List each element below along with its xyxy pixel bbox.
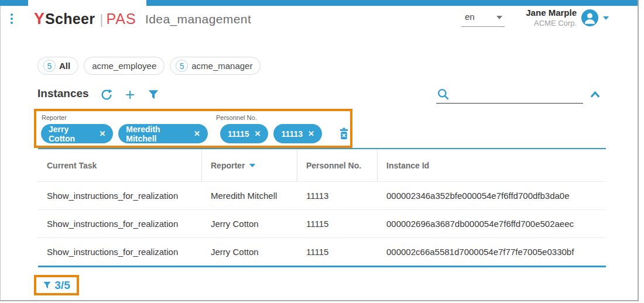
user-name: Jane Marple [503, 8, 577, 18]
column-header-personnel-no[interactable]: Personnel No. [297, 149, 378, 181]
user-info[interactable]: Jane Marple ACME Corp. [503, 8, 577, 27]
window-border-bottom [0, 300, 639, 301]
remove-chip-icon[interactable]: ✕ [255, 129, 261, 138]
search-input[interactable] [452, 88, 582, 102]
table-row[interactable]: Show_instructions_for_realization Meredi… [38, 181, 606, 209]
cell-personnel-no: 11113 [297, 191, 378, 201]
language-underline [461, 26, 505, 27]
count-badge: 5 [176, 60, 188, 72]
refresh-icon [100, 88, 113, 101]
window-border-left [0, 6, 1, 301]
cell-reporter: Meredith Mitchell [202, 191, 297, 201]
window-border-right [638, 0, 639, 301]
remove-chip-icon[interactable]: ✕ [308, 129, 314, 138]
column-header-reporter[interactable]: Reporter [202, 149, 297, 181]
cell-instance-id: 000002346a352bfe000054e7f6ffd700dfb3da0e [378, 191, 606, 201]
column-header-current-task[interactable]: Current Task [38, 149, 202, 181]
filter-chip-label: Jerry Cotton [49, 125, 94, 143]
chevron-up-icon [589, 89, 601, 99]
filter-button[interactable] [146, 88, 160, 102]
brand-product: PAS [106, 11, 136, 27]
app-window: Y Scheer | PAS Idea_management en Jane M… [0, 0, 644, 303]
main-menu-kebab-icon[interactable] [11, 13, 13, 24]
refresh-button[interactable] [100, 88, 114, 102]
role-chip-label: All [59, 61, 70, 71]
cell-reporter: Jerry Cotton [202, 247, 297, 257]
table-row[interactable]: Show_instructions_for_realization Jerry … [38, 237, 606, 266]
cell-instance-id: 000002c66a5581d7000054e7f77fe7005e0330bf [378, 247, 606, 257]
page-title: Idea_management [145, 12, 251, 26]
sort-desc-icon [249, 164, 255, 167]
scheer-logo-mark-icon: Y [34, 10, 44, 28]
trash-delete-icon [338, 127, 350, 141]
plus-icon: + [125, 88, 135, 101]
cell-personnel-no: 11115 [297, 219, 378, 229]
cell-current-task: Show_instructions_for_realization [38, 191, 202, 201]
role-chip-all[interactable]: 5 All [37, 57, 78, 75]
filter-funnel-icon [43, 281, 52, 290]
filter-count-indicator[interactable]: 3/5 [34, 275, 79, 295]
brand-name: Scheer [45, 11, 95, 27]
filter-chip-label: 11115 [228, 129, 249, 139]
instances-table: Current Task Reporter Personnel No. Inst… [38, 148, 606, 267]
filter-chip-jerry-cotton[interactable]: Jerry Cotton ✕ [41, 124, 113, 143]
remove-chip-icon[interactable]: ✕ [99, 129, 105, 138]
active-tab-notch [28, 0, 146, 6]
role-filter-bar: 5 All acme_employee 5 acme_manager [37, 57, 261, 75]
cell-instance-id: 000002696a3687db000054e7f6ffd700e502aeec [378, 219, 606, 229]
filter-chip-row: Jerry Cotton ✕ Meredith Mitchell ✕ 11115… [41, 124, 350, 143]
remove-chip-icon[interactable]: ✕ [194, 129, 200, 138]
brand-logo: Y Scheer | PAS [34, 10, 136, 28]
filter-funnel-icon [148, 89, 159, 101]
search-icon[interactable] [437, 88, 450, 104]
brand-divider: | [100, 11, 103, 27]
avatar[interactable] [581, 9, 598, 26]
cell-current-task: Show_instructions_for_realization [38, 219, 202, 229]
filter-group-label-reporter: Reporter [42, 114, 67, 121]
instances-heading: Instances [37, 87, 89, 100]
filter-chip-label: 11113 [281, 129, 303, 139]
collapse-panel-button[interactable] [589, 89, 601, 101]
filter-count-text: 3/5 [54, 279, 70, 292]
role-chip-label: acme_manager [191, 61, 252, 71]
chevron-down-icon [496, 16, 502, 19]
role-chip-acme-employee[interactable]: acme_employee [84, 57, 165, 75]
clear-all-filters-button[interactable] [338, 127, 350, 141]
role-chip-label: acme_employee [92, 61, 156, 71]
count-badge: 5 [43, 60, 56, 72]
cell-current-task: Show_instructions_for_realization [38, 247, 202, 257]
filter-chip-11113[interactable]: 11113 ✕ [273, 124, 322, 143]
user-menu-chevron-down-icon[interactable] [603, 16, 609, 20]
user-org: ACME Corp. [503, 19, 577, 27]
person-icon [581, 9, 598, 26]
table-header-row: Current Task Reporter Personnel No. Inst… [38, 149, 606, 181]
filter-chip-meredith-mitchell[interactable]: Meredith Mitchell ✕ [118, 124, 208, 143]
active-filters-panel: Reporter Personnel No. Jerry Cotton ✕ Me… [34, 109, 352, 148]
role-chip-acme-manager[interactable]: 5 acme_manager [170, 57, 261, 75]
search-underline [436, 103, 583, 104]
table-row[interactable]: Show_instructions_for_realization Jerry … [38, 209, 606, 237]
cell-personnel-no: 11115 [297, 247, 378, 257]
filter-chip-11115[interactable]: 11115 ✕ [220, 124, 269, 143]
column-header-instance-id[interactable]: Instance Id [378, 149, 606, 181]
filter-group-label-personnel: Personnel No. [216, 114, 257, 121]
filter-chip-label: Meredith Mitchell [126, 125, 189, 143]
language-select[interactable]: en [461, 12, 505, 22]
add-instance-button[interactable]: + [123, 88, 137, 102]
cell-reporter: Jerry Cotton [202, 219, 297, 229]
